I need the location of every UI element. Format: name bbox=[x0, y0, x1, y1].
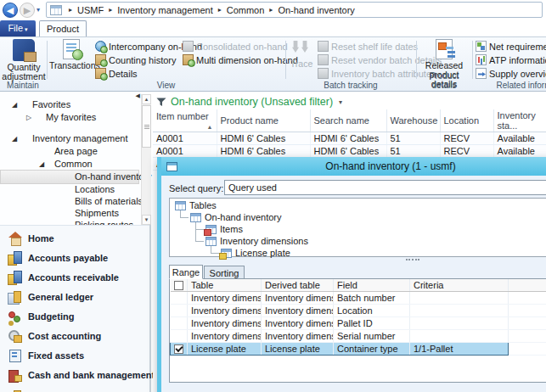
details-button[interactable]: Details bbox=[95, 67, 138, 80]
breadcrumb-page[interactable]: On-hand inventory bbox=[278, 5, 355, 15]
tree-node-license-plate[interactable]: License plate bbox=[221, 248, 290, 260]
list-title: On-hand inventory (Unsaved filter) bbox=[171, 96, 333, 108]
scrollbar-thumb[interactable] bbox=[142, 105, 151, 148]
license-plate-table-icon bbox=[221, 249, 232, 258]
scroll-up-icon[interactable]: ▲ bbox=[142, 94, 151, 104]
ribbon: Quantity adjustment Maintain Transaction… bbox=[0, 36, 546, 92]
dialog-titlebar[interactable]: On-hand inventory (1 - usmf) bbox=[161, 157, 546, 176]
atp-information-button[interactable]: ATP information bbox=[476, 53, 546, 66]
collapsed-node-icon[interactable]: ▷ bbox=[26, 111, 31, 124]
table-row[interactable]: Inventory dimensi...Inventory dimensi...… bbox=[171, 304, 546, 316]
group-label-batch-tracking: Batch tracking bbox=[286, 81, 415, 90]
accounts-payable-icon bbox=[8, 251, 22, 265]
reset-vendor-batch-icon bbox=[318, 54, 329, 65]
top-navigation-bar: ◀ ▶ ▾ ▸ USMF ▸ Inventory management ▸ Co… bbox=[0, 0, 546, 20]
column-search-name[interactable]: Search name bbox=[310, 109, 386, 132]
trace-button: Trace bbox=[288, 39, 315, 69]
tab-sorting[interactable]: Sorting bbox=[204, 266, 245, 279]
table-row[interactable]: A0001HDMI 6' CablesHDMI 6' Cables51RECVA… bbox=[153, 132, 546, 145]
expanded-node-icon[interactable]: ◢ bbox=[12, 132, 17, 145]
column-inventory-status[interactable]: Inventory sta... bbox=[493, 109, 546, 132]
filter-dropdown-icon[interactable]: ▾ bbox=[339, 98, 342, 106]
module-home[interactable]: Home bbox=[0, 228, 149, 248]
group-divider bbox=[472, 41, 473, 79]
tree-item-locations[interactable]: Locations bbox=[0, 183, 139, 196]
tree-node-tables[interactable]: Tables bbox=[175, 200, 217, 212]
table-row-selected[interactable]: License plate License plate Container ty… bbox=[171, 342, 546, 355]
module-partial[interactable] bbox=[0, 386, 149, 392]
row-checkbox-cell[interactable] bbox=[171, 342, 188, 355]
trace-icon bbox=[290, 39, 312, 58]
breadcrumb-area[interactable]: Common bbox=[227, 5, 265, 15]
column-empty bbox=[509, 279, 546, 291]
tree-node-inventory-dimensions[interactable]: Inventory dimensions bbox=[205, 236, 308, 248]
module-accounts-receivable[interactable]: Accounts receivable bbox=[0, 267, 149, 287]
column-table[interactable]: Table bbox=[188, 279, 262, 291]
supply-overview-button[interactable]: Supply overview bbox=[476, 67, 546, 80]
tree-node-on-hand-inventory[interactable]: On-hand inventory bbox=[190, 212, 282, 224]
net-requirement-icon bbox=[476, 41, 487, 52]
module-general-ledger[interactable]: General ledger bbox=[0, 287, 149, 306]
address-bar[interactable]: ▸ USMF ▸ Inventory management ▸ Common ▸… bbox=[46, 2, 543, 18]
breadcrumb-company[interactable]: USMF bbox=[77, 5, 104, 15]
recent-pages-chevron-icon[interactable]: ▾ bbox=[37, 6, 40, 14]
module-fixed-assets[interactable]: Fixed assets bbox=[0, 345, 149, 365]
released-product-details-icon bbox=[436, 39, 453, 59]
application-window: ◀ ▶ ▾ ▸ USMF ▸ Inventory management ▸ Co… bbox=[0, 0, 546, 392]
column-location[interactable]: Location bbox=[440, 109, 493, 132]
reset-shelf-life-icon bbox=[318, 41, 329, 52]
tree-item-my-favorites[interactable]: ▷ My favorites bbox=[0, 111, 139, 124]
expanded-node-icon[interactable]: ◢ bbox=[39, 158, 44, 171]
list-page-header[interactable]: On-hand inventory (Unsaved filter) ▾ bbox=[156, 94, 342, 109]
column-field[interactable]: Field bbox=[334, 279, 410, 291]
column-product-name[interactable]: Product name bbox=[217, 109, 310, 132]
tab-range[interactable]: Range bbox=[169, 265, 203, 279]
quantity-adjustment-button[interactable]: Quantity adjustment bbox=[2, 39, 46, 81]
tree-item-inventory-management[interactable]: ◢ Inventory management bbox=[0, 132, 139, 145]
multi-dimension-on-hand-button[interactable]: Multi dimension on-hand bbox=[183, 53, 298, 66]
reset-shelf-life-dates-button: Reset shelf life dates bbox=[318, 40, 418, 53]
module-cash-and-bank[interactable]: Cash and bank management bbox=[0, 365, 149, 384]
breadcrumb-module[interactable]: Inventory management bbox=[117, 5, 213, 15]
counting-history-button[interactable]: Counting history bbox=[95, 53, 177, 66]
transactions-button[interactable]: Transactions bbox=[49, 39, 93, 70]
tree-item-common[interactable]: ◢ Common bbox=[0, 158, 139, 171]
forward-icon[interactable]: ▶ bbox=[20, 3, 35, 18]
column-derived-table[interactable]: Derived table bbox=[262, 279, 334, 291]
row-checkbox-checked[interactable] bbox=[174, 344, 183, 354]
scroll-down-icon[interactable]: ▼ bbox=[142, 215, 151, 225]
module-cost-accounting[interactable]: Cost accounting bbox=[0, 326, 149, 345]
select-all-checkbox[interactable] bbox=[174, 281, 183, 290]
tables-icon bbox=[175, 201, 186, 210]
chevron-down-icon: ▾ bbox=[25, 26, 28, 32]
splitter-handle[interactable] bbox=[406, 259, 419, 260]
table-row[interactable]: Inventory dimensi...Inventory dimensi...… bbox=[171, 316, 546, 329]
tree-item-bills-of-materials[interactable]: Bills of materials bbox=[0, 195, 139, 208]
file-menu-button[interactable]: File▾ bbox=[0, 20, 36, 36]
tree-item-area-page[interactable]: Area page bbox=[0, 145, 139, 158]
table-icon bbox=[190, 213, 201, 222]
table-row[interactable]: Inventory dimensi...Inventory dimensi...… bbox=[171, 291, 546, 304]
expanded-node-icon[interactable]: ◢ bbox=[12, 98, 17, 111]
tree-node-items[interactable]: Items bbox=[205, 224, 243, 236]
table-row[interactable]: A0001HDMI 6' CablesHDMI 6' Cables51RECVA… bbox=[153, 145, 546, 158]
tree-item-favorites[interactable]: ◢ Favorites bbox=[0, 98, 139, 111]
tree-item-shipments[interactable]: Shipments bbox=[0, 207, 139, 220]
accounts-receivable-icon bbox=[8, 271, 22, 284]
tree-scrollbar[interactable]: ▲ ▼ bbox=[141, 94, 151, 225]
back-icon[interactable]: ◀ bbox=[3, 3, 18, 18]
module-budgeting[interactable]: Budgeting bbox=[0, 306, 149, 326]
column-item-number[interactable]: Item number▲ bbox=[153, 109, 217, 132]
module-accounts-payable[interactable]: Accounts payable bbox=[0, 248, 149, 267]
column-criteria[interactable]: Criteria bbox=[410, 279, 509, 291]
breadcrumb-separator-icon: ▸ bbox=[269, 6, 273, 14]
column-warehouse[interactable]: Warehouse bbox=[386, 109, 440, 132]
select-all-cell[interactable] bbox=[171, 279, 188, 291]
sort-ascending-icon: ▲ bbox=[207, 124, 213, 130]
net-requirement-button[interactable]: Net requirement bbox=[476, 40, 546, 53]
module-icon bbox=[8, 389, 22, 392]
tab-product[interactable]: Product bbox=[39, 20, 87, 36]
select-query-input[interactable] bbox=[224, 180, 546, 195]
table-row[interactable]: Inventory dimensi...Inventory dimensi...… bbox=[171, 329, 546, 342]
tree-item-on-hand-inventory[interactable]: On-hand inventory bbox=[0, 171, 139, 183]
